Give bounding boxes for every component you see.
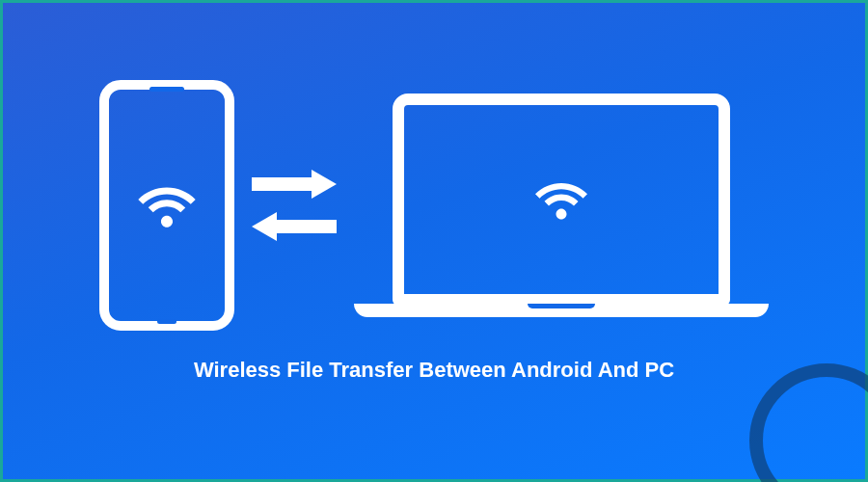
wifi-icon [532, 175, 590, 224]
laptop-base [354, 304, 769, 317]
laptop-pc-icon [354, 94, 769, 317]
wifi-icon [135, 179, 199, 231]
android-phone-icon [99, 80, 234, 331]
transfer-arrows [252, 172, 337, 239]
watermark-circle [749, 363, 868, 482]
illustration-canvas: Wireless File Transfer Between Android A… [0, 0, 868, 482]
laptop-screen [393, 94, 730, 306]
caption-text: Wireless File Transfer Between Android A… [194, 358, 674, 383]
arrow-right-icon [252, 172, 337, 197]
device-scene [99, 80, 769, 331]
arrow-left-icon [252, 214, 337, 239]
